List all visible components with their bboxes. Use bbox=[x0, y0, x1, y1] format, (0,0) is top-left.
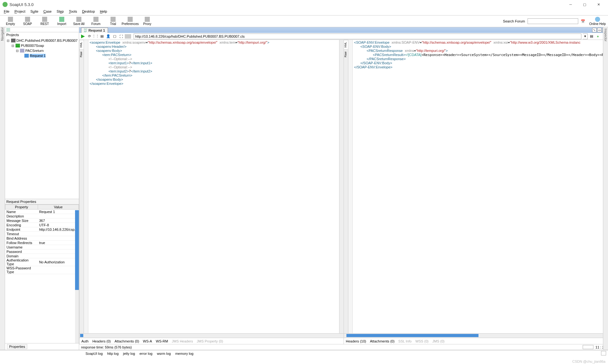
menu-step[interactable]: Step bbox=[54, 9, 66, 15]
tool-online-help[interactable]: Online Help bbox=[589, 16, 606, 27]
square-button[interactable]: ▢ bbox=[112, 34, 117, 39]
inspector-strip[interactable]: Inspector bbox=[603, 27, 608, 350]
window-restore-button[interactable]: ▭ bbox=[597, 28, 602, 32]
tab-raw[interactable]: Raw bbox=[79, 49, 84, 59]
tab-xml[interactable]: XML bbox=[344, 40, 348, 49]
twisty-icon[interactable]: ⊟ bbox=[15, 49, 19, 53]
request-properties-table[interactable]: PropertyValue NameRequest 1DescriptionMe… bbox=[5, 204, 79, 343]
tab-wsrm[interactable]: WS-RM bbox=[156, 339, 168, 343]
log-options-button[interactable] bbox=[601, 351, 606, 355]
menu-case[interactable]: Case bbox=[41, 9, 54, 15]
twisty-icon[interactable]: ⊟ bbox=[11, 44, 15, 48]
tool-rest[interactable]: REST bbox=[36, 16, 53, 27]
blank-button[interactable] bbox=[125, 34, 131, 39]
main-area: Navigator Projects ⊟DHC.Published.PUB000… bbox=[0, 27, 608, 350]
calendar-icon[interactable]: 📅 bbox=[581, 19, 585, 23]
tool-trial[interactable]: Trial bbox=[104, 16, 122, 27]
table-row[interactable]: EncodingUTF-8 bbox=[5, 223, 79, 227]
tree-service[interactable]: PUB0007Soap bbox=[21, 44, 44, 47]
add-to-testcase-button[interactable]: ⋮⋮ bbox=[93, 34, 98, 39]
close-button[interactable]: ✕ bbox=[592, 0, 605, 9]
response-xml-viewer[interactable]: <SOAP-ENV:Envelope xmlns:SOAP-ENV="http:… bbox=[353, 40, 604, 333]
log-error[interactable]: error log bbox=[139, 352, 152, 355]
menu-help[interactable]: Help bbox=[98, 9, 110, 15]
response-hscroll[interactable] bbox=[344, 333, 608, 338]
table-row[interactable]: Username bbox=[5, 245, 79, 249]
log-soapui[interactable]: SoapUI log bbox=[86, 352, 103, 355]
props-scrollbar[interactable] bbox=[75, 210, 79, 343]
table-row[interactable]: Follow Redirectstrue bbox=[5, 241, 79, 245]
tool-import[interactable]: Import bbox=[53, 16, 70, 27]
table-row[interactable]: WSS-Password Type bbox=[5, 266, 79, 274]
table-row[interactable]: Domain bbox=[5, 254, 79, 258]
person-button[interactable]: 👤 bbox=[106, 34, 111, 39]
request-xml-editor[interactable]: <soapenv:Envelope xmlns:soapenv="http://… bbox=[88, 40, 339, 333]
tool-empty[interactable]: Empty bbox=[2, 16, 19, 27]
window-arrange-button[interactable]: ⤡ bbox=[592, 28, 597, 32]
tool-forum[interactable]: Forum bbox=[87, 16, 104, 27]
tab-resp-headers[interactable]: Headers (10) bbox=[346, 339, 366, 343]
main-toolbar: Empty SOAP REST Import Save All Forum Tr… bbox=[0, 15, 608, 27]
tab-jms-property[interactable]: JMS Property (0) bbox=[197, 339, 223, 343]
list-icon[interactable] bbox=[6, 28, 10, 31]
fold-gutter[interactable] bbox=[84, 40, 88, 333]
menu-file[interactable]: File bbox=[1, 9, 12, 15]
request-tab[interactable]: SOAPRequest 1 bbox=[81, 28, 108, 33]
table-row[interactable]: Timeout bbox=[5, 232, 79, 236]
properties-tab[interactable]: Properties bbox=[7, 344, 27, 349]
tool-preferences[interactable]: Preferences bbox=[122, 16, 139, 27]
menu-project[interactable]: Project bbox=[12, 9, 28, 15]
stop-button[interactable]: ⟳ bbox=[87, 34, 92, 39]
log-jetty[interactable]: jetty log bbox=[123, 352, 135, 355]
table-row[interactable]: Message Size367 bbox=[5, 218, 79, 223]
menu-suite[interactable]: Suite bbox=[28, 9, 41, 15]
tab-resp-jms[interactable]: JMS (0) bbox=[432, 339, 445, 343]
endpoint-dropdown[interactable]: ▾ bbox=[583, 34, 588, 39]
tab-raw[interactable]: Raw bbox=[344, 49, 348, 59]
tab-ssl-info[interactable]: SSL Info bbox=[398, 339, 412, 343]
log-wsrm[interactable]: wsrm log bbox=[157, 352, 171, 355]
tool-save-all[interactable]: Save All bbox=[70, 16, 87, 27]
menu-tools[interactable]: Tools bbox=[66, 9, 79, 15]
tool-soap[interactable]: SOAP bbox=[19, 16, 36, 27]
navigator-strip[interactable]: Navigator bbox=[0, 27, 5, 350]
menu-desktop[interactable]: Desktop bbox=[79, 9, 97, 15]
response-pane: XML Raw <SOAP-ENV:Envelope xmlns:SOAP-EN… bbox=[344, 40, 608, 344]
table-row[interactable]: Description bbox=[5, 214, 79, 218]
maximize-button[interactable]: ▢ bbox=[578, 0, 592, 9]
tab-wss[interactable]: WSS (0) bbox=[415, 339, 429, 343]
table-row[interactable]: NameRequest 1 bbox=[5, 210, 79, 214]
document-tab-row: SOAPRequest 1 ⤡ ▭ ✕ bbox=[79, 27, 608, 33]
add-button[interactable]: + bbox=[595, 34, 600, 39]
tree-request[interactable]: Request 1 bbox=[30, 54, 46, 58]
log-http[interactable]: http log bbox=[107, 352, 118, 355]
table-row[interactable]: Authentication TypeNo Authorization bbox=[5, 258, 79, 266]
endpoint-url-input[interactable] bbox=[134, 34, 581, 39]
tool-proxy[interactable]: Proxy bbox=[139, 16, 156, 27]
tree-project[interactable]: DHC.Published.PUB0007.BS.PUB0007 bbox=[16, 39, 78, 42]
tab-auth[interactable]: Auth bbox=[81, 339, 89, 343]
tab-jms-headers[interactable]: JMS Headers bbox=[172, 339, 193, 343]
tree-operation[interactable]: PACSreturn bbox=[25, 49, 44, 53]
request-bottom-tabs: Auth Headers (0) Attachments (0) WS-A WS… bbox=[79, 338, 344, 344]
assertions-button[interactable]: ▤ bbox=[99, 34, 104, 39]
tab-attachments[interactable]: Attachments (0) bbox=[115, 339, 139, 343]
table-row[interactable]: Bind Address bbox=[5, 236, 79, 241]
tab-xml[interactable]: XML bbox=[79, 40, 84, 49]
search-forum-input[interactable] bbox=[528, 18, 578, 24]
run-button[interactable] bbox=[80, 34, 86, 39]
twisty-icon[interactable]: ⊟ bbox=[6, 39, 10, 43]
config-button[interactable]: ▤ bbox=[589, 34, 594, 39]
table-row[interactable]: Endpointhttp://10.146.8.226/csp... bbox=[5, 227, 79, 232]
tab-resp-attachments[interactable]: Attachments (0) bbox=[370, 339, 395, 343]
request-hscroll[interactable] bbox=[79, 333, 344, 338]
split-button[interactable]: ⛶ bbox=[118, 34, 124, 39]
request-vscroll[interactable] bbox=[339, 40, 344, 333]
fold-gutter[interactable] bbox=[348, 40, 353, 333]
table-row[interactable]: Password bbox=[5, 249, 79, 254]
tab-wsa[interactable]: WS-A bbox=[143, 339, 152, 343]
tab-headers[interactable]: Headers (0) bbox=[92, 339, 111, 343]
project-tree[interactable]: ⊟DHC.Published.PUB0007.BS.PUB0007 ⊟PUB00… bbox=[5, 37, 79, 199]
log-memory[interactable]: memory log bbox=[175, 352, 193, 355]
minimize-button[interactable]: ─ bbox=[564, 0, 578, 9]
